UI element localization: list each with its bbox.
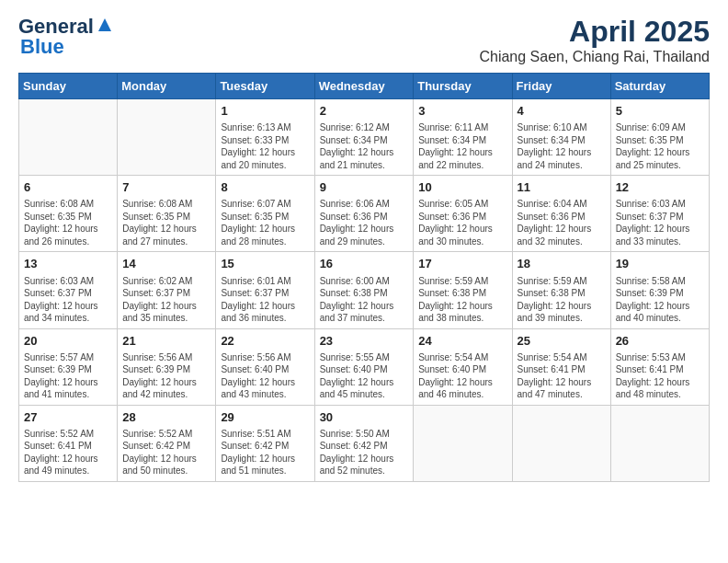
day-cell: 5Sunrise: 6:09 AM Sunset: 6:35 PM Daylig… — [610, 99, 709, 176]
day-cell: 30Sunrise: 5:50 AM Sunset: 6:42 PM Dayli… — [314, 405, 414, 481]
day-info: Sunrise: 5:52 AM Sunset: 6:42 PM Dayligh… — [122, 428, 210, 477]
title-block: April 2025 Chiang Saen, Chiang Rai, Thai… — [479, 15, 710, 65]
day-cell: 4Sunrise: 6:10 AM Sunset: 6:34 PM Daylig… — [512, 99, 610, 176]
day-info: Sunrise: 6:02 AM Sunset: 6:37 PM Dayligh… — [122, 275, 210, 325]
day-info: Sunrise: 6:11 AM Sunset: 6:34 PM Dayligh… — [418, 121, 506, 171]
day-cell — [414, 405, 512, 481]
day-cell: 29Sunrise: 5:51 AM Sunset: 6:42 PM Dayli… — [216, 405, 314, 481]
day-cell: 2Sunrise: 6:12 AM Sunset: 6:34 PM Daylig… — [314, 99, 414, 176]
day-number: 13 — [24, 256, 112, 272]
day-cell: 28Sunrise: 5:52 AM Sunset: 6:42 PM Dayli… — [118, 405, 216, 481]
weekday-friday: Friday — [512, 74, 610, 99]
day-cell: 8Sunrise: 6:07 AM Sunset: 6:35 PM Daylig… — [216, 176, 314, 252]
day-cell: 18Sunrise: 5:59 AM Sunset: 6:38 PM Dayli… — [512, 252, 610, 328]
day-cell: 3Sunrise: 6:11 AM Sunset: 6:34 PM Daylig… — [414, 99, 512, 176]
day-info: Sunrise: 5:56 AM Sunset: 6:40 PM Dayligh… — [221, 351, 309, 401]
calendar-title: April 2025 — [479, 15, 710, 49]
day-info: Sunrise: 6:00 AM Sunset: 6:38 PM Dayligh… — [320, 275, 409, 325]
day-cell: 27Sunrise: 5:52 AM Sunset: 6:41 PM Dayli… — [19, 405, 118, 481]
day-info: Sunrise: 6:08 AM Sunset: 6:35 PM Dayligh… — [24, 198, 112, 247]
day-info: Sunrise: 6:10 AM Sunset: 6:34 PM Dayligh… — [518, 121, 606, 171]
day-info: Sunrise: 5:55 AM Sunset: 6:40 PM Dayligh… — [320, 351, 409, 401]
day-number: 17 — [418, 256, 506, 272]
day-number: 18 — [518, 256, 606, 272]
day-number: 26 — [616, 333, 704, 350]
day-info: Sunrise: 5:59 AM Sunset: 6:38 PM Dayligh… — [518, 275, 606, 325]
weekday-sunday: Sunday — [19, 74, 118, 99]
day-cell — [19, 99, 118, 176]
day-number: 19 — [616, 256, 704, 272]
day-info: Sunrise: 6:09 AM Sunset: 6:35 PM Dayligh… — [616, 121, 704, 171]
day-info: Sunrise: 5:54 AM Sunset: 6:40 PM Dayligh… — [418, 351, 506, 401]
day-number: 20 — [24, 333, 112, 350]
day-number: 15 — [221, 256, 309, 272]
day-number: 16 — [320, 256, 409, 272]
day-cell: 6Sunrise: 6:08 AM Sunset: 6:35 PM Daylig… — [19, 176, 118, 252]
day-number: 8 — [221, 179, 309, 196]
day-cell: 20Sunrise: 5:57 AM Sunset: 6:39 PM Dayli… — [19, 328, 118, 405]
day-cell: 21Sunrise: 5:56 AM Sunset: 6:39 PM Dayli… — [118, 328, 216, 405]
day-info: Sunrise: 5:54 AM Sunset: 6:41 PM Dayligh… — [518, 351, 606, 401]
day-cell — [512, 405, 610, 481]
day-cell: 1Sunrise: 6:13 AM Sunset: 6:33 PM Daylig… — [216, 99, 314, 176]
day-number: 1 — [221, 103, 309, 120]
day-number: 25 — [518, 333, 606, 350]
weekday-monday: Monday — [118, 74, 216, 99]
svg-marker-0 — [98, 18, 111, 31]
day-info: Sunrise: 6:12 AM Sunset: 6:34 PM Dayligh… — [320, 121, 409, 171]
week-row-1: 1Sunrise: 6:13 AM Sunset: 6:33 PM Daylig… — [19, 99, 710, 176]
day-number: 7 — [122, 179, 210, 196]
day-cell: 25Sunrise: 5:54 AM Sunset: 6:41 PM Dayli… — [512, 328, 610, 405]
day-number: 21 — [122, 333, 210, 350]
day-info: Sunrise: 6:07 AM Sunset: 6:35 PM Dayligh… — [221, 198, 309, 247]
day-cell: 26Sunrise: 5:53 AM Sunset: 6:41 PM Dayli… — [610, 328, 709, 405]
day-cell: 14Sunrise: 6:02 AM Sunset: 6:37 PM Dayli… — [118, 252, 216, 328]
day-number: 23 — [320, 333, 409, 350]
day-number: 12 — [616, 179, 704, 196]
day-cell: 19Sunrise: 5:58 AM Sunset: 6:39 PM Dayli… — [610, 252, 709, 328]
day-info: Sunrise: 5:59 AM Sunset: 6:38 PM Dayligh… — [418, 275, 506, 325]
day-cell: 11Sunrise: 6:04 AM Sunset: 6:36 PM Dayli… — [512, 176, 610, 252]
calendar-body: 1Sunrise: 6:13 AM Sunset: 6:33 PM Daylig… — [19, 99, 710, 482]
day-number: 27 — [24, 409, 112, 426]
day-number: 2 — [320, 103, 409, 120]
day-info: Sunrise: 6:06 AM Sunset: 6:36 PM Dayligh… — [320, 198, 409, 247]
day-cell: 16Sunrise: 6:00 AM Sunset: 6:38 PM Dayli… — [314, 252, 414, 328]
calendar-header: SundayMondayTuesdayWednesdayThursdayFrid… — [19, 74, 710, 99]
day-info: Sunrise: 6:01 AM Sunset: 6:37 PM Dayligh… — [221, 275, 309, 325]
day-cell: 10Sunrise: 6:05 AM Sunset: 6:36 PM Dayli… — [414, 176, 512, 252]
week-row-2: 6Sunrise: 6:08 AM Sunset: 6:35 PM Daylig… — [19, 176, 710, 252]
calendar-table: SundayMondayTuesdayWednesdayThursdayFrid… — [18, 73, 710, 482]
day-cell: 13Sunrise: 6:03 AM Sunset: 6:37 PM Dayli… — [19, 252, 118, 328]
weekday-header-row: SundayMondayTuesdayWednesdayThursdayFrid… — [19, 74, 710, 99]
day-info: Sunrise: 6:05 AM Sunset: 6:36 PM Dayligh… — [418, 198, 506, 247]
day-cell: 7Sunrise: 6:08 AM Sunset: 6:35 PM Daylig… — [118, 176, 216, 252]
weekday-tuesday: Tuesday — [216, 74, 314, 99]
day-info: Sunrise: 5:53 AM Sunset: 6:41 PM Dayligh… — [616, 351, 704, 401]
day-number: 24 — [418, 333, 506, 350]
page-header: General Blue April 2025 Chiang Saen, Chi… — [18, 15, 710, 65]
day-number: 28 — [122, 409, 210, 426]
day-number: 6 — [24, 179, 112, 196]
calendar-subtitle: Chiang Saen, Chiang Rai, Thailand — [479, 49, 710, 65]
week-row-5: 27Sunrise: 5:52 AM Sunset: 6:41 PM Dayli… — [19, 405, 710, 481]
day-cell: 17Sunrise: 5:59 AM Sunset: 6:38 PM Dayli… — [414, 252, 512, 328]
logo-triangle-icon — [95, 15, 115, 35]
day-cell — [610, 405, 709, 481]
day-number: 14 — [122, 256, 210, 272]
day-info: Sunrise: 6:13 AM Sunset: 6:33 PM Dayligh… — [221, 121, 309, 171]
logo: General Blue — [18, 15, 115, 59]
day-number: 9 — [320, 179, 409, 196]
day-number: 3 — [418, 103, 506, 120]
day-info: Sunrise: 5:56 AM Sunset: 6:39 PM Dayligh… — [122, 351, 210, 401]
day-info: Sunrise: 5:52 AM Sunset: 6:41 PM Dayligh… — [24, 428, 112, 477]
week-row-3: 13Sunrise: 6:03 AM Sunset: 6:37 PM Dayli… — [19, 252, 710, 328]
day-number: 22 — [221, 333, 309, 350]
day-cell — [118, 99, 216, 176]
weekday-thursday: Thursday — [414, 74, 512, 99]
day-number: 29 — [221, 409, 309, 426]
day-number: 11 — [518, 179, 606, 196]
day-cell: 15Sunrise: 6:01 AM Sunset: 6:37 PM Dayli… — [216, 252, 314, 328]
day-info: Sunrise: 5:58 AM Sunset: 6:39 PM Dayligh… — [616, 275, 704, 325]
day-info: Sunrise: 6:03 AM Sunset: 6:37 PM Dayligh… — [24, 275, 112, 325]
